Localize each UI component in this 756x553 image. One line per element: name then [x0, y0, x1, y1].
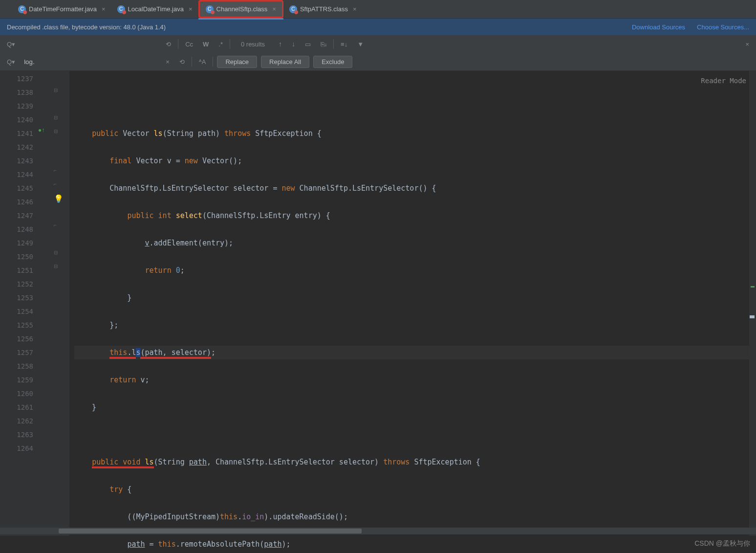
java-icon: C: [18, 5, 26, 13]
intention-bulb-icon[interactable]: 💡: [54, 194, 64, 203]
clear-icon[interactable]: ×: [163, 57, 173, 66]
replace-button[interactable]: Replace: [217, 56, 257, 68]
fold-gutter: ⊟ ⊟ ⊟ ⌐ ⌐ 💡 ⌐ ⊟ ⊟: [52, 71, 69, 536]
select-all-icon[interactable]: ▭: [302, 40, 314, 49]
marker[interactable]: [751, 286, 755, 288]
tab-label: ChannelSftp.class: [216, 5, 268, 13]
close-findbar-icon[interactable]: ×: [742, 40, 752, 49]
tab-label: DateTimeFormatter.java: [29, 5, 97, 13]
replace-input[interactable]: [22, 56, 159, 67]
vcs-gutter: ●↑: [38, 71, 52, 536]
class-icon: C: [206, 5, 214, 13]
prev-match-icon[interactable]: ↑: [276, 39, 285, 49]
match-case-icon[interactable]: Cc: [182, 40, 196, 49]
java-icon: C: [117, 5, 125, 13]
fold-end-icon[interactable]: ⌐: [54, 168, 57, 173]
class-icon: C: [289, 5, 297, 13]
tab-localdatetime[interactable]: CLocalDateTime.java×: [111, 0, 198, 18]
fold-icon[interactable]: ⊟: [54, 88, 58, 93]
banner-text: Decompiled .class file, bytecode version…: [7, 23, 166, 31]
fold-end-icon[interactable]: ⌐: [54, 181, 57, 187]
tab-channelsftp[interactable]: CChannelSftp.class×: [198, 0, 283, 18]
choose-sources-link[interactable]: Choose Sources...: [697, 23, 749, 31]
vcs-marker-icon: ●↑: [38, 127, 44, 133]
watermark: CSDN @孟秋与你: [694, 539, 750, 548]
fold-icon[interactable]: ⊟: [54, 129, 58, 134]
add-selection-icon[interactable]: ⎘ᵢᵢ: [318, 40, 329, 49]
close-icon[interactable]: ×: [353, 5, 357, 13]
history-icon[interactable]: ⟲: [163, 40, 174, 49]
error-stripe[interactable]: [749, 71, 756, 536]
tab-datetimeformatter[interactable]: CDateTimeFormatter.java×: [12, 0, 111, 18]
tab-label: SftpATTRS.class: [300, 5, 348, 13]
horizontal-scrollbar[interactable]: [0, 528, 756, 534]
replace-all-button[interactable]: Replace All: [261, 56, 309, 68]
close-icon[interactable]: ×: [272, 5, 276, 13]
exclude-button[interactable]: Exclude: [313, 56, 352, 68]
code-editor[interactable]: 1237123812391240124112421243124412451246…: [0, 71, 756, 536]
next-match-icon[interactable]: ↓: [289, 39, 298, 49]
decompile-banner: Decompiled .class file, bytecode version…: [0, 19, 756, 35]
words-icon[interactable]: W: [200, 40, 212, 49]
regex-icon[interactable]: .*: [216, 40, 226, 49]
editor-tabs: CDateTimeFormatter.java× CLocalDateTime.…: [0, 0, 756, 19]
scrollbar-thumb[interactable]: [59, 529, 362, 533]
line-numbers: 1237123812391240124112421243124412451246…: [9, 71, 38, 536]
fold-end-icon[interactable]: ⌐: [54, 222, 57, 228]
download-sources-link[interactable]: Download Sources: [632, 23, 685, 31]
history-icon[interactable]: ⟲: [176, 57, 188, 66]
search-icon[interactable]: Q▾: [4, 40, 18, 49]
filter-icon[interactable]: ▼: [354, 40, 367, 49]
results-count: 0 results: [241, 41, 265, 48]
search-input[interactable]: [22, 39, 159, 50]
find-replace-bar: Q▾ ⟲ Cc W .* 0 results ↑ ↓ ▭ ⎘ᵢᵢ ≡↓ ▼ × …: [0, 35, 756, 71]
fold-icon[interactable]: ⊟: [54, 115, 58, 120]
replace-icon[interactable]: Q▾: [4, 57, 18, 66]
fold-icon[interactable]: ⊟: [54, 264, 58, 269]
marker[interactable]: [750, 315, 755, 318]
close-icon[interactable]: ×: [189, 5, 193, 13]
fold-icon[interactable]: ⊟: [54, 250, 58, 255]
code-area[interactable]: Reader Mode public Vector ls(String path…: [69, 71, 756, 536]
settings-icon[interactable]: ≡↓: [338, 40, 350, 49]
tab-label: LocalDateTime.java: [128, 5, 184, 13]
reader-mode-label[interactable]: Reader Mode: [701, 74, 746, 88]
close-icon[interactable]: ×: [102, 5, 106, 13]
tab-sftpattrs[interactable]: CSftpATTRS.class×: [283, 0, 363, 18]
left-strip: [0, 71, 9, 536]
preserve-case-icon[interactable]: ᴬA: [196, 57, 209, 66]
